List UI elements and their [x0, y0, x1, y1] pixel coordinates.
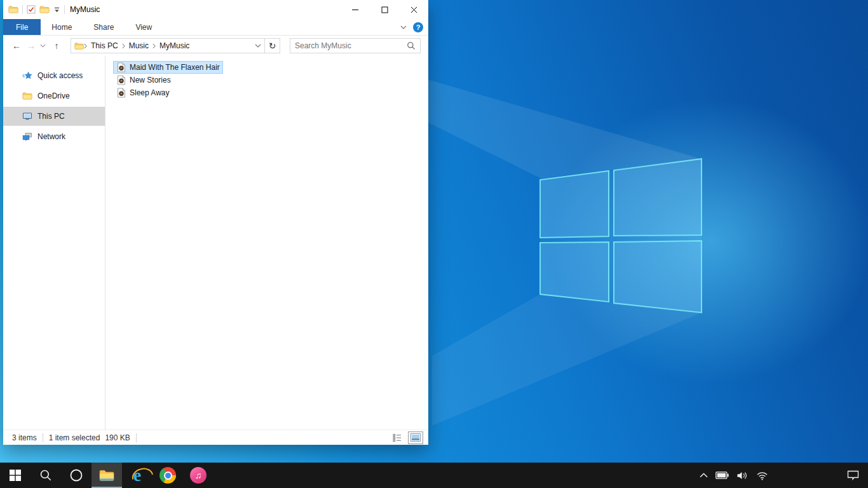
wifi-icon[interactable] [756, 471, 768, 480]
quick-access-toolbar [8, 4, 65, 15]
minimize-icon [351, 6, 359, 13]
sidebar-item-label: This PC [37, 112, 65, 121]
breadcrumb-this-pc[interactable]: This PC [87, 41, 122, 50]
battery-icon[interactable] [715, 471, 729, 480]
file-item[interactable]: New Stories [113, 74, 174, 86]
separator [64, 5, 65, 14]
explorer-folder-icon [8, 4, 18, 15]
new-folder-icon[interactable] [39, 4, 50, 15]
internet-explorer-button[interactable]: e [122, 463, 153, 488]
search-icon[interactable] [407, 41, 416, 50]
audio-file-icon [116, 62, 126, 72]
sidebar-item-label: OneDrive [37, 92, 70, 100]
address-dropdown-chevron-icon[interactable] [252, 44, 264, 48]
recent-locations-chevron-icon[interactable] [40, 44, 48, 48]
folder-icon [74, 41, 84, 51]
file-explorer-icon [98, 467, 115, 484]
navigation-toolbar: ← → ↑ This PC Music MyMusic ↻ [3, 36, 428, 56]
windows-logo-icon [10, 470, 21, 481]
file-item-selected[interactable]: Maid With The Flaxen Hair [113, 61, 223, 74]
window-body: Quick access OneDrive This PC Network [3, 56, 428, 430]
properties-check-icon[interactable] [27, 5, 36, 14]
file-name: Sleep Away [130, 88, 170, 97]
ribbon-right-controls: ? [400, 19, 428, 35]
taskbar: e ♫ [0, 463, 868, 488]
close-icon [410, 6, 417, 13]
up-button[interactable]: ↑ [51, 41, 62, 50]
cortana-button[interactable] [61, 463, 92, 488]
minimize-button[interactable] [341, 0, 370, 19]
monitor-icon [22, 111, 32, 121]
navigation-pane: Quick access OneDrive This PC Network [3, 56, 105, 430]
hidden-icons-chevron-icon[interactable] [700, 473, 708, 478]
customize-qat-arrow-icon[interactable] [53, 7, 60, 13]
file-name: Maid With The Flaxen Hair [130, 63, 220, 72]
separator [136, 433, 137, 442]
details-view-button[interactable] [390, 431, 405, 444]
caption-buttons [341, 0, 428, 19]
screen: MyMusic File Home Share [0, 0, 868, 488]
items-count: 3 items [12, 433, 37, 442]
separator [22, 5, 23, 14]
system-tray [700, 463, 868, 488]
chrome-button[interactable] [153, 463, 183, 488]
folder-icon [22, 91, 32, 101]
file-name: New Stories [130, 76, 171, 85]
details-view-icon [393, 433, 402, 442]
window-title: MyMusic [70, 5, 100, 14]
file-item[interactable]: Sleep Away [113, 86, 173, 99]
tab-file[interactable]: File [3, 19, 41, 35]
taskbar-file-explorer-button[interactable] [92, 463, 122, 488]
large-icons-view-button[interactable] [408, 431, 423, 444]
status-bar: 3 items 1 item selected 190 KB [3, 430, 428, 445]
file-list: Maid With The Flaxen Hair New Stories Sl… [113, 61, 428, 99]
back-button[interactable]: ← [11, 41, 22, 50]
separator [43, 433, 43, 442]
forward-button[interactable]: → [25, 41, 37, 50]
taskbar-search-button[interactable] [31, 463, 61, 488]
music-note-icon: ♫ [190, 467, 207, 484]
sidebar-item-label: Network [37, 132, 65, 141]
search-box [290, 38, 421, 53]
tab-home[interactable]: Home [41, 19, 83, 35]
ribbon-tab-bar: File Home Share View ? [3, 19, 428, 36]
title-bar[interactable]: MyMusic [3, 0, 428, 19]
volume-icon[interactable] [736, 471, 749, 480]
sidebar-item-onedrive[interactable]: OneDrive [3, 86, 105, 105]
tab-share[interactable]: Share [83, 19, 125, 35]
sidebar-item-label: Quick access [37, 71, 83, 80]
selection-size: 190 KB [105, 433, 130, 442]
quick-access-star-icon [22, 71, 32, 81]
search-icon [39, 469, 52, 482]
selection-count: 1 item selected [49, 433, 100, 442]
file-list-pane[interactable]: Maid With The Flaxen Hair New Stories Sl… [105, 56, 428, 430]
itunes-button[interactable]: ♫ [183, 463, 214, 488]
sidebar-item-quick-access[interactable]: Quick access [3, 66, 105, 85]
search-input[interactable] [295, 41, 407, 50]
view-switcher [390, 431, 423, 444]
maximize-button[interactable] [370, 0, 399, 19]
action-center-icon[interactable] [847, 470, 859, 480]
breadcrumb-mymusic[interactable]: MyMusic [156, 41, 193, 50]
refresh-button[interactable]: ↻ [264, 39, 280, 53]
large-icons-view-icon [410, 433, 421, 442]
cortana-circle-icon [69, 468, 83, 482]
tab-view[interactable]: View [125, 19, 163, 35]
breadcrumb-music[interactable]: Music [125, 41, 153, 50]
sidebar-item-network[interactable]: Network [3, 127, 105, 146]
help-icon[interactable]: ? [413, 22, 423, 32]
maximize-icon [381, 6, 388, 13]
audio-file-icon [116, 88, 126, 98]
audio-file-icon [116, 75, 126, 85]
ie-icon: e [133, 466, 141, 484]
start-button[interactable] [0, 463, 31, 488]
close-button[interactable] [399, 0, 428, 19]
chrome-icon [159, 467, 176, 484]
sidebar-item-this-pc[interactable]: This PC [3, 107, 105, 126]
address-bar[interactable]: This PC Music MyMusic ↻ [71, 38, 280, 53]
network-icon [22, 132, 32, 142]
file-explorer-window: MyMusic File Home Share [3, 0, 428, 445]
expand-ribbon-chevron-icon[interactable] [400, 25, 407, 29]
